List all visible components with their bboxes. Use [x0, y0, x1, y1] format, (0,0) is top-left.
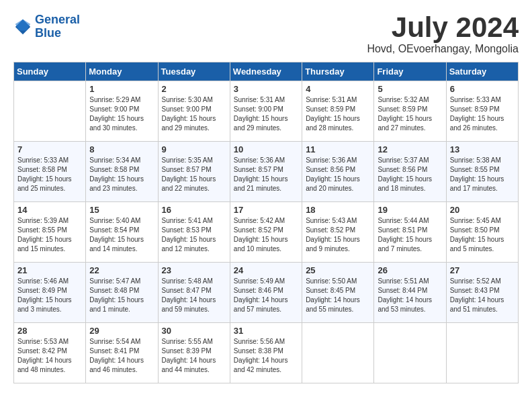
day-info: Sunrise: 5:32 AM Sunset: 8:59 PM Dayligh…	[378, 95, 442, 133]
column-header-monday: Monday	[86, 62, 158, 81]
calendar-header: SundayMondayTuesdayWednesdayThursdayFrid…	[14, 62, 519, 81]
calendar-cell	[374, 323, 446, 383]
day-info: Sunrise: 5:30 AM Sunset: 9:00 PM Dayligh…	[162, 95, 226, 133]
column-header-saturday: Saturday	[446, 62, 518, 81]
day-info: Sunrise: 5:48 AM Sunset: 8:47 PM Dayligh…	[162, 277, 226, 314]
day-number: 3	[234, 84, 298, 94]
day-info: Sunrise: 5:54 AM Sunset: 8:41 PM Dayligh…	[89, 337, 154, 375]
day-info: Sunrise: 5:33 AM Sunset: 8:58 PM Dayligh…	[17, 156, 82, 193]
day-info: Sunrise: 5:31 AM Sunset: 8:59 PM Dayligh…	[306, 95, 370, 133]
day-number: 24	[234, 265, 298, 275]
day-info: Sunrise: 5:39 AM Sunset: 8:55 PM Dayligh…	[17, 216, 82, 254]
day-info: Sunrise: 5:45 AM Sunset: 8:50 PM Dayligh…	[450, 216, 515, 254]
day-info: Sunrise: 5:31 AM Sunset: 9:00 PM Dayligh…	[234, 95, 298, 133]
calendar-cell: 24Sunrise: 5:49 AM Sunset: 8:46 PM Dayli…	[230, 263, 302, 323]
day-number: 30	[162, 326, 226, 336]
day-info: Sunrise: 5:44 AM Sunset: 8:51 PM Dayligh…	[378, 216, 442, 254]
calendar-cell: 22Sunrise: 5:47 AM Sunset: 8:48 PM Dayli…	[86, 263, 158, 323]
day-info: Sunrise: 5:41 AM Sunset: 8:53 PM Dayligh…	[162, 216, 226, 254]
day-number: 22	[89, 265, 154, 275]
column-header-tuesday: Tuesday	[158, 62, 230, 81]
calendar-cell: 26Sunrise: 5:51 AM Sunset: 8:44 PM Dayli…	[374, 263, 446, 323]
logo-icon	[13, 17, 32, 36]
title-section: July 2024 Hovd, OEvoerhangay, Mongolia	[367, 13, 519, 55]
day-number: 1	[89, 84, 154, 94]
day-number: 2	[162, 84, 226, 94]
day-number: 10	[234, 144, 298, 154]
calendar-cell: 5Sunrise: 5:32 AM Sunset: 8:59 PM Daylig…	[374, 81, 446, 142]
day-number: 5	[378, 84, 442, 94]
calendar-cell: 18Sunrise: 5:43 AM Sunset: 8:52 PM Dayli…	[302, 202, 374, 263]
day-number: 21	[17, 265, 82, 275]
column-header-thursday: Thursday	[302, 62, 374, 81]
calendar-cell	[446, 323, 518, 383]
day-number: 14	[17, 205, 82, 215]
calendar-cell: 2Sunrise: 5:30 AM Sunset: 9:00 PM Daylig…	[158, 81, 230, 142]
week-row-1: 1Sunrise: 5:29 AM Sunset: 9:00 PM Daylig…	[14, 81, 519, 142]
calendar-cell: 23Sunrise: 5:48 AM Sunset: 8:47 PM Dayli…	[158, 263, 230, 323]
calendar-cell: 30Sunrise: 5:55 AM Sunset: 8:39 PM Dayli…	[158, 323, 230, 383]
day-number: 16	[162, 205, 226, 215]
day-info: Sunrise: 5:36 AM Sunset: 8:57 PM Dayligh…	[234, 156, 298, 193]
logo-line1: General	[35, 13, 80, 26]
calendar-cell: 8Sunrise: 5:34 AM Sunset: 8:58 PM Daylig…	[86, 142, 158, 202]
day-number: 6	[450, 84, 515, 94]
day-info: Sunrise: 5:53 AM Sunset: 8:42 PM Dayligh…	[17, 337, 82, 375]
day-number: 28	[17, 326, 82, 336]
calendar-table: SundayMondayTuesdayWednesdayThursdayFrid…	[13, 62, 519, 383]
calendar-cell: 12Sunrise: 5:37 AM Sunset: 8:56 PM Dayli…	[374, 142, 446, 202]
calendar-cell	[302, 323, 374, 383]
day-number: 4	[306, 84, 370, 94]
day-info: Sunrise: 5:52 AM Sunset: 8:43 PM Dayligh…	[450, 277, 515, 314]
day-number: 15	[89, 205, 154, 215]
day-info: Sunrise: 5:47 AM Sunset: 8:48 PM Dayligh…	[89, 277, 154, 314]
week-row-5: 28Sunrise: 5:53 AM Sunset: 8:42 PM Dayli…	[14, 323, 519, 383]
day-info: Sunrise: 5:56 AM Sunset: 8:38 PM Dayligh…	[234, 337, 298, 375]
day-number: 19	[378, 205, 442, 215]
calendar-cell: 1Sunrise: 5:29 AM Sunset: 9:00 PM Daylig…	[86, 81, 158, 142]
day-number: 17	[234, 205, 298, 215]
day-info: Sunrise: 5:36 AM Sunset: 8:56 PM Dayligh…	[306, 156, 370, 193]
day-info: Sunrise: 5:49 AM Sunset: 8:46 PM Dayligh…	[234, 277, 298, 314]
day-info: Sunrise: 5:33 AM Sunset: 8:59 PM Dayligh…	[450, 95, 515, 133]
calendar-cell: 19Sunrise: 5:44 AM Sunset: 8:51 PM Dayli…	[374, 202, 446, 263]
day-info: Sunrise: 5:37 AM Sunset: 8:56 PM Dayligh…	[378, 156, 442, 193]
day-info: Sunrise: 5:35 AM Sunset: 8:57 PM Dayligh…	[162, 156, 226, 193]
calendar-body: 1Sunrise: 5:29 AM Sunset: 9:00 PM Daylig…	[14, 81, 519, 383]
day-number: 8	[89, 144, 154, 154]
calendar-cell: 20Sunrise: 5:45 AM Sunset: 8:50 PM Dayli…	[446, 202, 518, 263]
calendar-cell	[14, 81, 86, 142]
calendar-cell: 31Sunrise: 5:56 AM Sunset: 8:38 PM Dayli…	[230, 323, 302, 383]
week-row-4: 21Sunrise: 5:46 AM Sunset: 8:49 PM Dayli…	[14, 263, 519, 323]
calendar-cell: 29Sunrise: 5:54 AM Sunset: 8:41 PM Dayli…	[86, 323, 158, 383]
calendar-cell: 3Sunrise: 5:31 AM Sunset: 9:00 PM Daylig…	[230, 81, 302, 142]
day-number: 7	[17, 144, 82, 154]
logo: General Blue	[13, 13, 80, 40]
calendar-cell: 6Sunrise: 5:33 AM Sunset: 8:59 PM Daylig…	[446, 81, 518, 142]
column-header-friday: Friday	[374, 62, 446, 81]
day-number: 29	[89, 326, 154, 336]
day-info: Sunrise: 5:38 AM Sunset: 8:55 PM Dayligh…	[450, 156, 515, 193]
column-header-sunday: Sunday	[14, 62, 86, 81]
day-info: Sunrise: 5:34 AM Sunset: 8:58 PM Dayligh…	[89, 156, 154, 193]
calendar-cell: 28Sunrise: 5:53 AM Sunset: 8:42 PM Dayli…	[14, 323, 86, 383]
day-info: Sunrise: 5:29 AM Sunset: 9:00 PM Dayligh…	[89, 95, 154, 133]
day-info: Sunrise: 5:55 AM Sunset: 8:39 PM Dayligh…	[162, 337, 226, 375]
day-info: Sunrise: 5:43 AM Sunset: 8:52 PM Dayligh…	[306, 216, 370, 254]
logo-text: General Blue	[35, 13, 80, 40]
calendar-cell: 25Sunrise: 5:50 AM Sunset: 8:45 PM Dayli…	[302, 263, 374, 323]
day-info: Sunrise: 5:40 AM Sunset: 8:54 PM Dayligh…	[89, 216, 154, 254]
location-title: Hovd, OEvoerhangay, Mongolia	[367, 43, 519, 55]
day-number: 11	[306, 144, 370, 154]
day-info: Sunrise: 5:50 AM Sunset: 8:45 PM Dayligh…	[306, 277, 370, 314]
header: General Blue July 2024 Hovd, OEvoerhanga…	[13, 13, 519, 55]
column-header-wednesday: Wednesday	[230, 62, 302, 81]
calendar-cell: 4Sunrise: 5:31 AM Sunset: 8:59 PM Daylig…	[302, 81, 374, 142]
day-number: 9	[162, 144, 226, 154]
header-row: SundayMondayTuesdayWednesdayThursdayFrid…	[14, 62, 519, 81]
day-number: 31	[234, 326, 298, 336]
day-number: 26	[378, 265, 442, 275]
calendar-cell: 27Sunrise: 5:52 AM Sunset: 8:43 PM Dayli…	[446, 263, 518, 323]
month-title: July 2024	[367, 13, 519, 42]
day-number: 27	[450, 265, 515, 275]
